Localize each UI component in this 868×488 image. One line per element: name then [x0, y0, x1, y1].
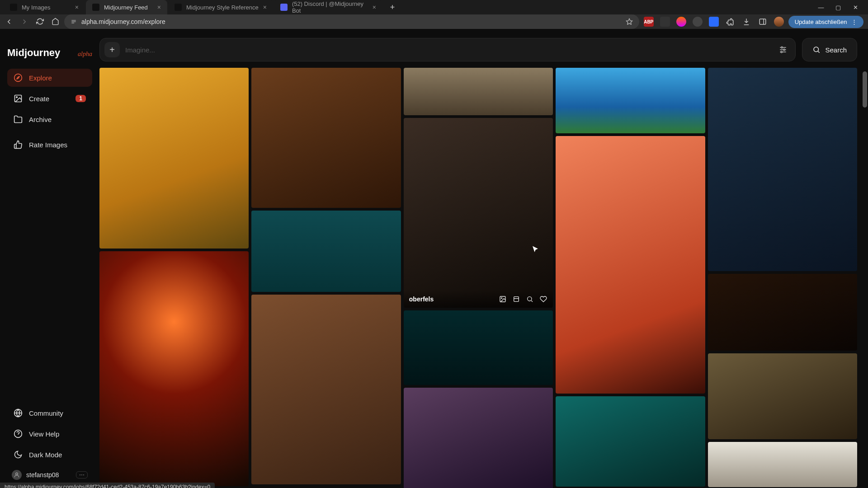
- compass-icon: [14, 73, 23, 82]
- image-tile[interactable]: oberfels: [404, 118, 553, 308]
- image-tile[interactable]: [708, 68, 857, 271]
- sidebar-item-rate[interactable]: Rate Images: [7, 136, 92, 154]
- extension-icon[interactable]: [709, 17, 719, 27]
- close-icon[interactable]: ×: [75, 4, 79, 11]
- extensions-menu-icon[interactable]: [725, 17, 735, 27]
- globe-icon: [14, 408, 23, 418]
- extension-icon[interactable]: [660, 17, 670, 27]
- scrollbar-thumb[interactable]: [863, 71, 867, 108]
- profile-avatar[interactable]: [774, 17, 784, 27]
- close-icon[interactable]: ×: [373, 4, 376, 11]
- image-placeholder: [404, 388, 553, 488]
- sidebar-item-community[interactable]: Community: [7, 404, 92, 422]
- browser-tabs: My Images × Midjourney Feed × Midjourney…: [4, 0, 812, 14]
- tab-favicon: [92, 4, 99, 11]
- image-tile[interactable]: [708, 442, 857, 487]
- image-placeholder: [404, 68, 553, 115]
- grid-column: oberfels: [404, 68, 553, 488]
- image-tile[interactable]: [404, 388, 553, 488]
- forward-button[interactable]: [20, 18, 29, 26]
- vertical-scrollbar[interactable]: [863, 69, 867, 488]
- image-tile[interactable]: [251, 295, 401, 484]
- home-button[interactable]: [51, 18, 60, 26]
- explore-grid: oberfels: [99, 68, 857, 488]
- sidebar-item-label: Create: [29, 95, 49, 103]
- minimize-button[interactable]: ―: [816, 4, 826, 11]
- imagine-placeholder: Imagine...: [125, 46, 770, 54]
- heart-action-icon[interactable]: [539, 295, 547, 303]
- nav-buttons: [5, 18, 60, 26]
- image-tile[interactable]: [99, 251, 249, 486]
- close-window-button[interactable]: ✕: [851, 4, 860, 11]
- browser-tab[interactable]: My Images ×: [4, 0, 85, 14]
- sidebar-item-darkmode[interactable]: Dark Mode: [7, 446, 92, 464]
- zoom-action-icon[interactable]: [526, 295, 534, 303]
- tab-title: Midjourney Style Reference: [186, 4, 259, 11]
- image-placeholder: [708, 353, 857, 439]
- user-row[interactable]: stefanstp08 ⋯: [7, 466, 92, 483]
- extension-icon[interactable]: [693, 17, 703, 27]
- sidebar-item-help[interactable]: View Help: [7, 425, 92, 443]
- reload-button[interactable]: [35, 18, 44, 26]
- image-icon: [14, 94, 23, 103]
- search-button[interactable]: Search: [802, 38, 857, 61]
- user-more-button[interactable]: ⋯: [76, 471, 88, 479]
- sidepanel-icon[interactable]: [758, 17, 768, 27]
- settings-icon[interactable]: [775, 45, 791, 54]
- close-icon[interactable]: ×: [157, 4, 161, 11]
- image-tile[interactable]: [404, 310, 553, 385]
- back-button[interactable]: [5, 18, 14, 26]
- sidebar-item-archive[interactable]: Archive: [7, 110, 92, 128]
- image-tile[interactable]: [99, 68, 249, 249]
- sidebar-item-explore[interactable]: Explore: [7, 69, 92, 87]
- close-icon[interactable]: ×: [263, 4, 267, 11]
- svg-point-6: [14, 74, 22, 82]
- downloads-icon[interactable]: [741, 17, 751, 27]
- image-tile[interactable]: [556, 396, 705, 487]
- image-placeholder: [251, 295, 401, 484]
- image-placeholder: [99, 251, 249, 486]
- extension-icon[interactable]: ABP: [644, 17, 654, 27]
- sidebar-item-create[interactable]: Create 1: [7, 89, 92, 108]
- sidebar-item-label: Dark Mode: [29, 451, 62, 459]
- image-tile[interactable]: [556, 136, 705, 394]
- image-action-icon[interactable]: [499, 295, 507, 303]
- image-tile[interactable]: [708, 353, 857, 439]
- maximize-button[interactable]: ▢: [834, 4, 843, 11]
- moon-icon: [14, 450, 23, 459]
- extension-icon[interactable]: [676, 17, 686, 27]
- image-tile[interactable]: [708, 274, 857, 351]
- site-info-icon[interactable]: [71, 19, 77, 25]
- logo[interactable]: Midjourney alpha: [7, 38, 92, 59]
- browser-tab[interactable]: Midjourney Style Reference ×: [168, 0, 273, 14]
- image-placeholder: [251, 68, 401, 208]
- image-placeholder: [404, 310, 553, 385]
- svg-point-19: [783, 49, 785, 50]
- image-tile[interactable]: [556, 68, 705, 133]
- add-button[interactable]: +: [104, 42, 120, 57]
- image-tile[interactable]: [404, 68, 553, 115]
- address-bar[interactable]: alpha.midjourney.com/explore: [64, 14, 639, 29]
- sidebar-item-label: Explore: [29, 74, 52, 82]
- imagine-bar[interactable]: + Imagine...: [99, 38, 796, 61]
- topbar: + Imagine... Search: [99, 38, 857, 61]
- image-tile[interactable]: [251, 68, 401, 208]
- expand-action-icon[interactable]: [512, 295, 520, 303]
- sidebar-footer: Community View Help Dark Mode stefanstp0…: [7, 404, 92, 483]
- svg-point-9: [16, 97, 18, 98]
- browser-tab[interactable]: Midjourney Feed ×: [86, 0, 167, 14]
- tile-username[interactable]: oberfels: [409, 296, 434, 303]
- extension-icons: ABP: [644, 17, 784, 27]
- browser-titlebar: My Images × Midjourney Feed × Midjourney…: [0, 0, 868, 14]
- svg-point-20: [781, 51, 782, 52]
- update-button[interactable]: Update abschließen ⋮: [788, 16, 863, 28]
- folder-icon: [14, 115, 23, 124]
- status-bar: https://alpha.midjourney.com/jobs/68f72d…: [0, 483, 215, 488]
- new-tab-button[interactable]: +: [386, 1, 399, 14]
- image-placeholder: [556, 136, 705, 394]
- image-tile[interactable]: [251, 211, 401, 292]
- svg-point-24: [501, 298, 502, 299]
- bookmark-icon[interactable]: [626, 18, 633, 25]
- url-text: alpha.midjourney.com/explore: [81, 18, 165, 25]
- browser-tab[interactable]: (52) Discord | @Midjourney Bot ×: [274, 0, 382, 14]
